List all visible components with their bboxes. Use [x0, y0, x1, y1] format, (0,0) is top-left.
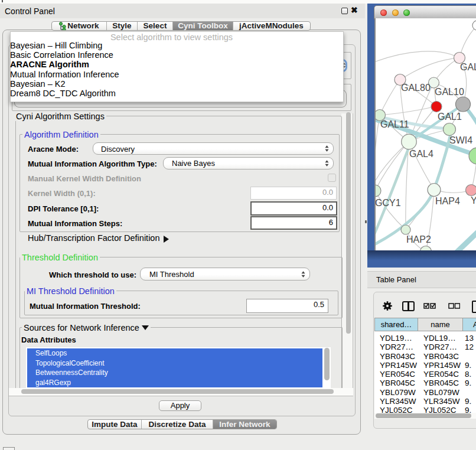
svg-text:GAL7: GAL7 [460, 62, 476, 72]
svg-text:GAL10: GAL10 [435, 87, 464, 97]
svg-text:GAL1: GAL1 [438, 112, 462, 122]
svg-text:HAP2: HAP2 [406, 234, 431, 244]
svg-text:GCY1: GCY1 [376, 198, 401, 208]
svg-text:GAL4: GAL4 [409, 149, 433, 159]
svg-text:Y: Y [471, 195, 476, 206]
svg-text:HAP4: HAP4 [435, 196, 460, 206]
svg-text:SWI4: SWI4 [449, 135, 472, 145]
svg-text:GAL80: GAL80 [401, 83, 431, 93]
svg-text:GAL11: GAL11 [380, 119, 409, 129]
